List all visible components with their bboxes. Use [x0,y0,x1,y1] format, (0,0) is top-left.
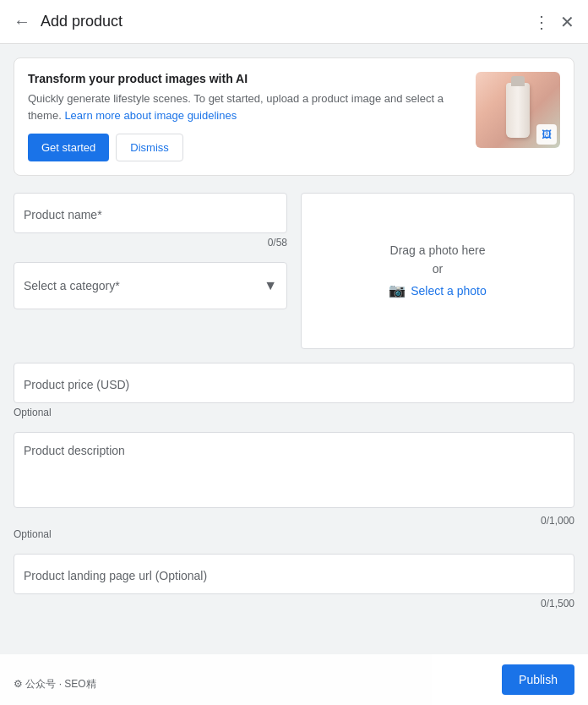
description-group: Product description [14,432,574,511]
select-photo-label: Select a photo [411,284,487,298]
description-textarea[interactable] [14,432,574,508]
category-select[interactable]: Electronics Clothing Home & Garden Beaut… [14,262,287,309]
dismiss-button[interactable]: Dismiss [116,134,183,161]
product-tube-image [506,83,530,138]
photo-icon: 📷 [389,282,406,298]
url-input[interactable] [14,554,574,594]
form-right: Drag a photo here or 📷 Select a photo [301,193,574,349]
image-overlay-icon: 🖼 [536,124,557,145]
form-left: Product name* 0/58 Electronics Clothing … [14,193,287,349]
get-started-button[interactable]: Get started [28,134,109,161]
select-photo-button[interactable]: 📷 Select a photo [389,282,487,298]
banner-image: 🖼 [476,72,560,148]
publish-button[interactable]: Publish [502,664,574,695]
price-input[interactable] [14,363,574,403]
form-row-top: Product name* 0/58 Electronics Clothing … [14,193,574,349]
banner-text: Transform your product images with AI Qu… [28,72,476,161]
price-section: Product price (USD) Optional [14,363,574,418]
category-select-wrapper: Electronics Clothing Home & Garden Beaut… [14,262,287,309]
photo-or-text: or [433,262,443,276]
price-group: Product price (USD) [14,363,574,403]
url-section: Product landing page url (Optional) 0/1,… [14,554,574,609]
product-name-group: Product name* [14,193,287,233]
ai-banner: Transform your product images with AI Qu… [14,57,574,176]
product-name-section: Product name* 0/58 [14,193,287,249]
header: ← Add product ⋮ ✕ [0,0,588,44]
watermark: ⚙ 公众号 · SEO精 [14,677,96,691]
url-group: Product landing page url (Optional) [14,554,574,594]
url-counter: 0/1,500 [14,598,574,609]
description-counter: 0/1,000 [14,515,574,527]
back-button[interactable]: ← [14,12,30,31]
more-button[interactable]: ⋮ [533,12,550,32]
banner-buttons: Get started Dismiss [28,134,466,161]
product-name-counter: 0/58 [14,237,287,249]
main-content: Transform your product images with AI Qu… [0,44,588,637]
description-optional: Optional [14,528,574,540]
close-button[interactable]: ✕ [560,12,574,32]
photo-upload-area[interactable]: Drag a photo here or 📷 Select a photo [301,193,574,349]
page-title: Add product [41,13,533,30]
photo-drag-text: Drag a photo here [390,243,486,257]
product-name-input[interactable] [14,193,287,233]
banner-description: Quickly generate lifestyle scenes. To ge… [28,90,466,123]
banner-link[interactable]: Learn more about image guidelines [64,109,237,122]
description-section: Product description 0/1,000 Optional [14,432,574,540]
price-optional: Optional [14,407,574,418]
banner-title: Transform your product images with AI [28,72,466,85]
